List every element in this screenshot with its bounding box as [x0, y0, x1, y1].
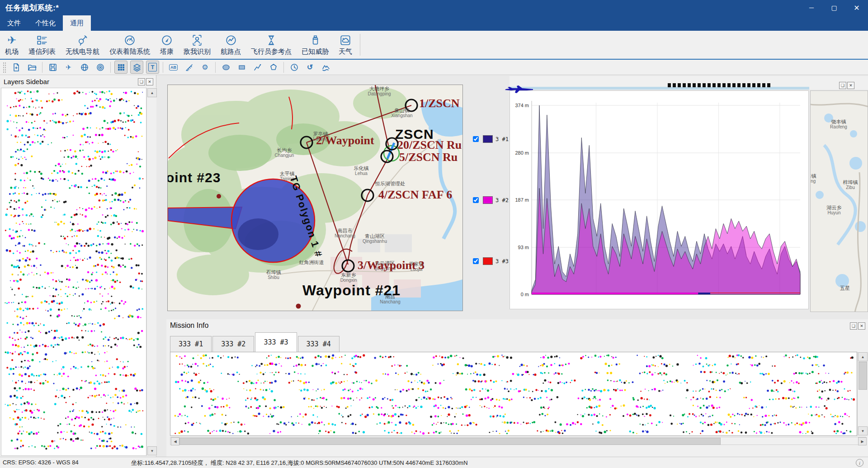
scroll-left-button[interactable]: ◀: [171, 437, 179, 445]
map-place-label: 五星: [840, 285, 850, 291]
settings-button[interactable]: ⚙: [198, 61, 212, 74]
overview-map-strip[interactable]: 饶丰镇Raofeng乐丰镇Lefeng梓埠镇Zibu湖云乡Huyun五星: [810, 90, 868, 312]
quick-toolbar: ✈ T AB ⚙ ↺: [0, 60, 868, 75]
menu-tab-file[interactable]: 文件: [0, 15, 28, 31]
ribbon-item-airport[interactable]: ✈ 机场: [0, 33, 24, 57]
replay-button[interactable]: ↺: [303, 61, 316, 74]
ribbon-item-waypoints[interactable]: 航路点: [216, 33, 246, 57]
globe-rings-button[interactable]: [94, 61, 107, 74]
mission-horizontal-scrollbar[interactable]: ◀ ▶: [170, 437, 866, 445]
text-toggle-button[interactable]: T: [146, 61, 159, 74]
tg-polygon-circle[interactable]: [231, 179, 315, 262]
airport-icon: ✈: [7, 33, 16, 47]
mission-tab[interactable]: 333 #4: [298, 336, 340, 352]
measure-button[interactable]: [183, 61, 196, 74]
open-folder-button[interactable]: [25, 61, 38, 74]
map-point-marker[interactable]: [217, 194, 221, 199]
map-place-label: 梓埠镇Zibu: [843, 180, 858, 190]
aircraft-tool-button[interactable]: ✈: [62, 61, 75, 74]
dock-close-button[interactable]: ✕: [858, 322, 865, 330]
comm-list-icon: [36, 33, 48, 47]
ils-gauge-icon: [124, 33, 136, 47]
dock-close-button[interactable]: ✕: [146, 78, 153, 85]
scroll-up-button[interactable]: ▲: [147, 88, 157, 97]
legend-checkbox[interactable]: [473, 136, 479, 142]
layers-toggle-button[interactable]: [130, 61, 143, 74]
elevation-profile-chart: 374 m280 m187 m93 m0 m: [509, 90, 809, 309]
status-bar: CRS: EPSG: 4326 - WGS 84 坐标:116.4547,28.…: [0, 457, 868, 468]
ribbon-item-comm-list[interactable]: 通信列表: [24, 33, 61, 57]
mission-tab[interactable]: 333 #1: [170, 336, 212, 352]
dock-float-button[interactable]: ❏: [138, 78, 145, 85]
label-ab-button[interactable]: AB: [167, 61, 180, 74]
layers-tree-noise: [1, 88, 145, 454]
mission-vertical-scrollbar[interactable]: ▲ ▼: [857, 352, 867, 436]
ribbon-item-iff[interactable]: 敌我识别: [179, 33, 216, 57]
new-file-button[interactable]: [9, 61, 23, 74]
ribbon-toolbar: ✈ 机场 通信列表 无线电导航 仪表着陆系统 塔康 敌我识别 航路点: [0, 31, 868, 60]
scroll-thumb[interactable]: [859, 362, 867, 390]
legend-checkbox[interactable]: [473, 197, 479, 203]
ribbon-item-ils[interactable]: 仪表着陆系统: [104, 33, 155, 57]
map-point-marker[interactable]: [296, 304, 301, 309]
map-place-label: 湖云乡Huyun: [827, 205, 842, 216]
legend-color-swatch: [483, 257, 493, 265]
ab-label-icon: AB: [169, 64, 178, 71]
crs-status: CRS: EPSG: 4326 - WGS 84: [3, 459, 79, 466]
dock-float-button[interactable]: ❏: [839, 82, 846, 89]
scroll-thumb[interactable]: [179, 438, 721, 445]
coordinate-status: 坐标:116.4547,28.7105经度， 维度: N28 42 37, E1…: [131, 459, 468, 467]
scroll-up-button[interactable]: ▲: [858, 352, 868, 361]
ribbon-item-radio-nav[interactable]: 无线电导航: [61, 33, 104, 57]
legend-checkbox[interactable]: [473, 258, 479, 264]
tg-polygon-shade: [238, 218, 278, 250]
legend-label: 3 #3: [495, 258, 509, 265]
draw-ellipse-button[interactable]: [219, 61, 232, 74]
toolbar-separator: [42, 62, 42, 73]
layers-tree-anonymized[interactable]: [1, 88, 146, 456]
grid-toggle-button[interactable]: [114, 61, 127, 74]
scroll-down-button[interactable]: ▼: [858, 426, 868, 435]
legend-color-swatch: [483, 135, 493, 143]
ribbon-item-known-threats[interactable]: 已知威胁: [297, 33, 334, 57]
draw-rectangle-button[interactable]: [235, 61, 248, 74]
draw-polyline-button[interactable]: [251, 61, 264, 74]
toolbar-separator: [163, 62, 163, 73]
maximize-button[interactable]: ▢: [823, 0, 845, 15]
mission-tab[interactable]: 333 #2: [212, 336, 254, 352]
mission-table-noise: [170, 352, 857, 435]
sidebar-vertical-scrollbar[interactable]: ▲ ▼: [146, 88, 156, 456]
legend-color-swatch: [483, 196, 493, 204]
dock-float-button[interactable]: ❏: [850, 322, 857, 330]
menu-tab-personalize[interactable]: 个性化: [28, 15, 63, 31]
globe-dotted-button[interactable]: [78, 61, 91, 74]
mission-table-anonymized[interactable]: [170, 352, 857, 436]
legend-row: 3 #2: [471, 196, 509, 204]
svg-text:280 m: 280 m: [515, 150, 529, 156]
ribbon-item-weather[interactable]: 天气: [334, 33, 357, 57]
draw-polygon-button[interactable]: [267, 61, 280, 74]
map-view[interactable]: 大塘坪乡Datangping象山镇Xiangshan罗亭镇Luoting长均乡C…: [167, 85, 463, 311]
clock-button[interactable]: [288, 61, 301, 74]
info-icon[interactable]: i: [856, 459, 863, 467]
ribbon-item-tacan[interactable]: 塔康: [155, 33, 179, 57]
legend-row: 3 #1: [471, 135, 509, 143]
save-button[interactable]: [46, 61, 59, 74]
close-button[interactable]: ✕: [845, 0, 868, 15]
weather-icon: [340, 33, 351, 47]
dock-close-button[interactable]: ✕: [847, 82, 854, 89]
waypoints-icon: [225, 33, 237, 47]
ribbon-item-pilot-ref[interactable]: 飞行员参考点: [246, 33, 297, 57]
title-bar: 任务规划系统:* ─ ▢ ✕: [0, 0, 868, 15]
window-controls: ─ ▢ ✕: [800, 0, 868, 15]
terrain-button[interactable]: [319, 61, 332, 74]
minimize-button[interactable]: ─: [800, 0, 823, 15]
toolbar-separator: [215, 62, 216, 73]
toolbar-drag-handle[interactable]: [3, 62, 6, 73]
right-dock-top-strip: ❏ ✕: [509, 76, 868, 90]
menu-tab-general[interactable]: 通用: [63, 15, 91, 31]
scroll-right-button[interactable]: ▶: [858, 437, 867, 445]
scroll-down-button[interactable]: ▼: [147, 446, 157, 455]
mission-tab[interactable]: 333 #3: [255, 332, 297, 352]
mission-info-title: Mission Info: [170, 321, 208, 330]
